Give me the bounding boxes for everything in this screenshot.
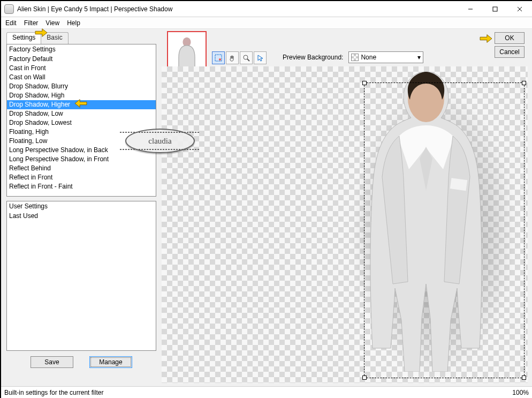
window-title: Alien Skin | Eye Candy 5 Impact | Perspe… [17, 5, 458, 13]
svg-line-8 [247, 59, 249, 61]
list-item[interactable]: Cast in Front [7, 64, 156, 73]
menu-filter[interactable]: Filter [24, 19, 39, 27]
list-item[interactable]: Floating, Low [7, 137, 156, 146]
save-button[interactable]: Save [31, 356, 73, 368]
settings-buttons: Save Manage [6, 351, 156, 373]
tab-basic[interactable]: Basic [41, 32, 68, 44]
preview-panel: Preview Background: None ▾ OK Cancel [162, 29, 532, 386]
user-header: User Settings [7, 201, 156, 212]
preview-bg-combo[interactable]: None ▾ [348, 51, 423, 63]
status-text: Built-in settings for the current filter [4, 389, 103, 396]
list-item[interactable]: Drop Shadow, Higher [7, 100, 156, 109]
chevron-down-icon: ▾ [417, 54, 421, 61]
resize-handle[interactable] [522, 81, 526, 85]
cancel-button[interactable]: Cancel [495, 46, 525, 58]
title-bar: Alien Skin | Eye Candy 5 Impact | Perspe… [1, 1, 532, 17]
minimize-button[interactable] [458, 1, 483, 17]
list-item[interactable]: Floating, High [7, 127, 156, 137]
preview-bg-value: None [361, 54, 376, 61]
preview-toolbar: Preview Background: None ▾ OK Cancel [162, 29, 532, 66]
list-item[interactable]: Reflect in Front [7, 173, 156, 182]
selection-marquee[interactable] [364, 82, 525, 378]
close-button[interactable] [507, 1, 532, 17]
transparency-swatch-icon [351, 54, 359, 61]
resize-handle[interactable] [522, 376, 526, 380]
list-item[interactable]: Drop Shadow, Low [7, 109, 156, 118]
menu-bar: Edit Filter View Help [1, 17, 532, 29]
zoom-level: 100% [512, 389, 529, 396]
tab-strip: Settings Basic [6, 32, 156, 44]
svg-point-7 [244, 55, 248, 59]
menu-view[interactable]: View [45, 19, 59, 27]
list-item[interactable]: Drop Shadow, High [7, 91, 156, 100]
user-settings-list[interactable]: User Settings Last Used [6, 201, 156, 351]
list-item[interactable]: Cast on Wall [7, 73, 156, 82]
list-item[interactable]: Long Perspective Shadow, in Front [7, 155, 156, 164]
manage-button[interactable]: Manage [89, 356, 132, 368]
factory-settings-list[interactable]: Factory Settings Factory DefaultCast in … [6, 44, 156, 197]
zoom-tool-icon[interactable] [240, 51, 253, 64]
preview-bg-label: Preview Background: [283, 54, 343, 61]
pointer-tool-icon[interactable] [254, 51, 267, 64]
list-item[interactable]: Reflect Behind [7, 164, 156, 173]
svg-rect-1 [493, 7, 497, 11]
menu-help[interactable]: Help [67, 19, 80, 27]
pointer-hand-icon [478, 33, 494, 44]
factory-header: Factory Settings [7, 44, 156, 55]
list-item[interactable]: Long Perspective Shadow, in Back [7, 146, 156, 155]
preview-canvas[interactable] [162, 66, 528, 383]
status-bar: Built-in settings for the current filter… [1, 386, 532, 398]
tool-group [212, 51, 267, 64]
resize-handle[interactable] [362, 81, 367, 85]
hand-tool-icon[interactable] [226, 51, 239, 64]
list-item[interactable]: Reflect in Front - Faint [7, 182, 156, 191]
settings-panel: Settings Basic Factory Settings Factory … [1, 29, 162, 386]
tab-settings[interactable]: Settings [6, 32, 41, 44]
marquee-tool-icon[interactable] [212, 51, 225, 64]
list-item[interactable]: Last Used [7, 212, 156, 221]
menu-edit[interactable]: Edit [5, 19, 17, 27]
resize-handle[interactable] [362, 376, 367, 380]
app-icon [4, 4, 14, 14]
list-item[interactable]: Drop Shadow, Lowest [7, 118, 156, 127]
svg-point-6 [219, 58, 221, 61]
maximize-button[interactable] [483, 1, 507, 17]
ok-button[interactable]: OK [495, 32, 525, 44]
list-item[interactable]: Factory Default [7, 55, 156, 64]
list-item[interactable]: Drop Shadow, Blurry [7, 82, 156, 91]
